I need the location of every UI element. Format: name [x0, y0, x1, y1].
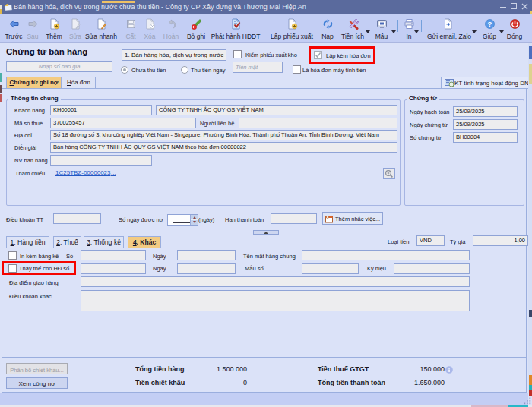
- svg-text:?: ?: [487, 20, 492, 28]
